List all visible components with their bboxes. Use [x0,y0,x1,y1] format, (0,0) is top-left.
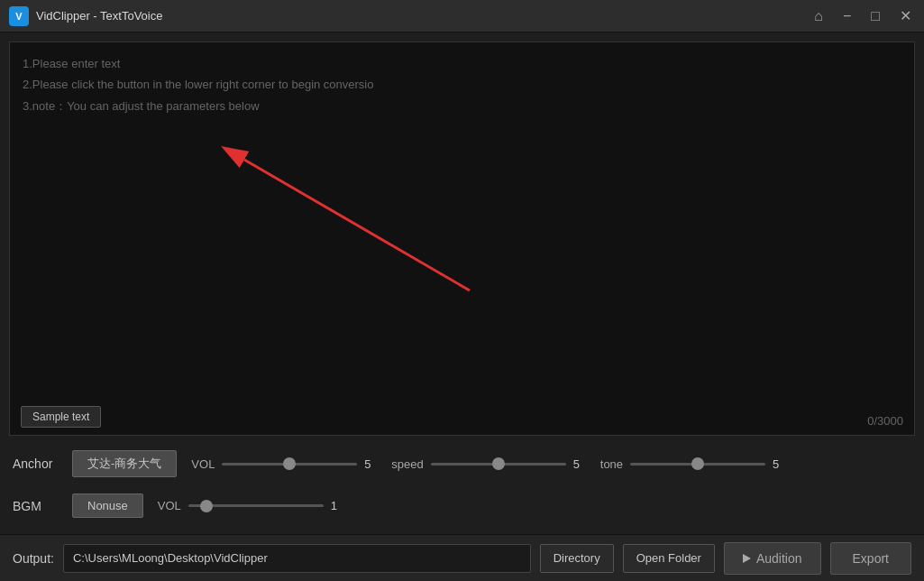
instruction-1: 1.Please enter text [23,53,901,74]
instruction-2: 2.Please click the button in the lower r… [23,74,901,95]
titlebar: V VidClipper - TextToVoice ⌂ − □ ✕ [0,0,924,32]
minimize-button[interactable]: − [839,7,855,25]
logo-text: V [15,11,22,22]
bgm-vol-group: VOL 1 [158,499,343,512]
bgm-vol-value: 1 [331,499,343,512]
directory-button[interactable]: Directory [540,544,614,573]
speed-group: speed 5 [391,457,585,471]
vol-slider[interactable] [222,463,357,466]
arrow-indicator [190,133,497,331]
speed-slider[interactable] [431,463,566,466]
speed-value: 5 [573,457,586,471]
bgm-row: BGM Nonuse VOL 1 [9,492,915,525]
app-logo: V [9,6,29,26]
controls-row: Anchor 艾达-商务大气 VOL 5 speed 5 tone 5 [9,443,915,484]
output-row: Output: Directory Open Folder Audition E… [0,534,924,581]
vol-value: 5 [364,457,377,471]
tone-group: tone 5 [600,457,785,471]
output-label: Output: [13,551,54,566]
close-button[interactable]: ✕ [896,7,915,25]
instruction-3: 3.note：You can adjust the parameters bel… [23,96,901,116]
vol-group: VOL 5 [191,457,377,471]
export-button[interactable]: Export [830,542,911,575]
svg-line-1 [244,160,470,290]
home-button[interactable]: ⌂ [810,7,827,25]
speed-label: speed [391,457,423,471]
play-icon [743,554,751,563]
audition-button[interactable]: Audition [724,542,821,575]
bgm-vol-label: VOL [158,499,181,512]
instructions: 1.Please enter text 2.Please click the b… [10,42,914,127]
tone-value: 5 [773,457,785,471]
output-path-input[interactable] [63,544,531,573]
audition-label: Audition [756,551,802,566]
sample-text-button[interactable]: Sample text [21,406,101,428]
maximize-button[interactable]: □ [867,7,883,25]
main-content: 1.Please enter text 2.Please click the b… [0,32,924,534]
app-title: VidClipper - TextToVoice [36,9,810,23]
bgm-button[interactable]: Nonuse [72,493,143,518]
window-controls: ⌂ − □ ✕ [810,7,915,25]
text-area-container[interactable]: 1.Please enter text 2.Please click the b… [9,42,915,436]
vol-label: VOL [191,457,215,471]
anchor-button[interactable]: 艾达-商务大气 [72,450,177,477]
tone-slider[interactable] [630,463,765,466]
char-count: 0/3000 [867,414,903,428]
open-folder-button[interactable]: Open Folder [623,544,715,573]
arrow-svg [190,133,497,331]
anchor-label: Anchor [13,456,58,471]
bgm-label: BGM [13,499,58,513]
bgm-vol-slider[interactable] [188,504,324,507]
tone-label: tone [600,457,623,471]
